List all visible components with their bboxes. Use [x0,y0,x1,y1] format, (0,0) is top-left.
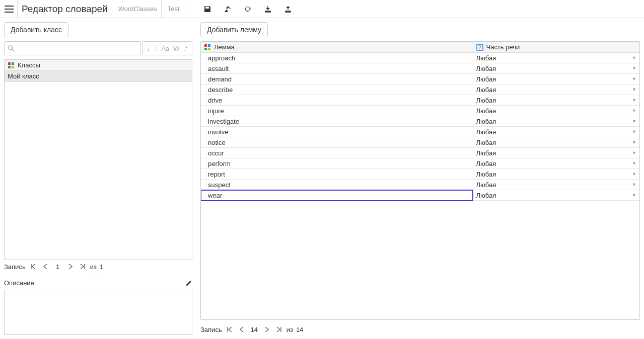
table-row[interactable]: ⋮performЛюбая▼ [201,158,639,169]
class-header-icon [8,62,15,69]
add-lemma-button[interactable]: Добавить лемму [200,22,268,37]
current-page[interactable]: 1 [53,263,63,271]
right-pane: Добавить лемму Лемма [196,18,644,339]
row-grip[interactable]: ⋮ [204,67,208,72]
row-grip[interactable]: ⋮ [204,162,208,167]
lemma-cell[interactable]: ⋮perform [201,158,473,169]
first-icon [31,264,36,269]
lemma-cell[interactable]: ⋮wear [201,190,473,201]
pos-cell[interactable]: Любая▼ [473,53,639,63]
description-box[interactable] [4,290,192,335]
breadcrumb-test[interactable]: Test [164,0,184,18]
pos-cell[interactable]: Любая▼ [473,190,639,201]
row-grip[interactable]: ⋮ [204,99,208,104]
current-page[interactable]: 14 [249,326,259,333]
lemma-cell[interactable]: ⋮occur [201,148,473,158]
lemma-cell[interactable]: ⋮investigate [201,116,473,127]
lemma-text: injure [208,107,224,115]
table-row[interactable]: ⋮reportЛюбая▼ [201,169,639,180]
pos-cell[interactable]: Любая▼ [473,74,639,84]
class-row[interactable]: Мой класс [5,71,192,82]
erase-button[interactable] [219,0,237,18]
pos-column-header[interactable]: 2 Часть речи [473,42,639,53]
pos-cell[interactable]: Любая▼ [473,95,639,106]
row-grip[interactable]: ⋮ [204,56,208,61]
row-grip[interactable]: ⋮ [204,141,208,146]
save-button[interactable] [198,0,217,18]
add-class-button[interactable]: Добавить класс [4,22,68,37]
search-next-button[interactable]: ↓ [146,45,151,52]
lemma-cell[interactable]: ⋮drive [201,95,473,106]
row-grip[interactable]: ⋮ [204,120,208,125]
svg-rect-7 [204,48,207,50]
pos-cell[interactable]: Любая▼ [473,63,639,74]
lemma-column-header[interactable]: Лемма [201,42,473,53]
search-wholeword-toggle[interactable]: W [172,45,180,52]
first-page-button[interactable] [225,325,234,334]
table-row[interactable]: ⋮injureЛюбая▼ [201,106,639,116]
lemma-cell[interactable]: ⋮approach [201,53,473,63]
pos-cell[interactable]: Любая▼ [473,106,639,116]
table-row[interactable]: ⋮wearЛюбая▼ [201,190,639,201]
pos-cell[interactable]: Любая▼ [473,84,639,95]
first-page-button[interactable] [29,262,38,271]
table-row[interactable]: ⋮describeЛюбая▼ [201,84,639,95]
table-row[interactable]: ⋮approachЛюбая▼ [201,53,639,63]
table-row[interactable]: ⋮noticeЛюбая▼ [201,137,639,148]
class-list-panel: Классы Мой класс [4,59,192,260]
refresh-button[interactable] [239,0,257,18]
row-grip[interactable]: ⋮ [204,173,208,178]
lemma-cell[interactable]: ⋮describe [201,84,473,95]
table-row[interactable]: ⋮occurЛюбая▼ [201,148,639,158]
table-row[interactable]: ⋮suspectЛюбая▼ [201,180,639,190]
import-button[interactable] [259,0,277,18]
lemma-cell[interactable]: ⋮demand [201,74,473,84]
table-row[interactable]: ⋮demandЛюбая▼ [201,74,639,84]
pos-cell[interactable]: Любая▼ [473,137,639,148]
breadcrumb-wordclasses[interactable]: WordClasses [114,0,162,18]
lemma-cell[interactable]: ⋮injure [201,106,473,116]
table-row[interactable]: ⋮driveЛюбая▼ [201,95,639,106]
row-grip[interactable]: ⋮ [204,77,208,82]
export-button[interactable] [279,0,297,18]
lemma-cell[interactable]: ⋮assault [201,63,473,74]
last-page-button[interactable] [274,325,283,334]
next-page-button[interactable] [66,262,75,271]
table-row[interactable]: ⋮assaultЛюбая▼ [201,63,639,74]
lemma-text: drive [208,97,222,104]
prev-page-button[interactable] [41,262,50,271]
hamburger-menu[interactable] [3,3,15,15]
chevron-down-icon: ▼ [632,172,636,177]
pos-cell[interactable]: Любая▼ [473,116,639,127]
pos-cell[interactable]: Любая▼ [473,127,639,137]
row-grip[interactable]: ⋮ [204,109,208,114]
row-grip[interactable]: ⋮ [204,151,208,156]
row-grip[interactable]: ⋮ [204,194,208,199]
search-prev-button[interactable]: ↑ [153,45,159,52]
chevron-down-icon: ▼ [632,193,636,198]
prev-page-button[interactable] [237,325,246,334]
row-grip[interactable]: ⋮ [204,130,208,135]
last-page-button[interactable] [78,262,87,271]
table-row[interactable]: ⋮investigateЛюбая▼ [201,116,639,127]
lemma-cell[interactable]: ⋮notice [201,137,473,148]
search-case-toggle[interactable]: Aa [160,45,170,52]
pos-cell[interactable]: Любая▼ [473,158,639,169]
row-grip[interactable]: ⋮ [204,183,208,188]
pos-cell[interactable]: Любая▼ [473,148,639,158]
search-input[interactable] [4,41,141,55]
row-grip[interactable]: ⋮ [204,88,208,93]
lemma-cell[interactable]: ⋮involve [201,127,473,137]
edit-description-button[interactable] [185,280,192,287]
next-page-button[interactable] [262,325,271,334]
svg-rect-5 [204,44,207,47]
first-icon [227,327,232,332]
chevron-down-icon: ▼ [632,66,636,71]
pos-cell[interactable]: Любая▼ [473,169,639,180]
pos-cell[interactable]: Любая▼ [473,180,639,190]
search-regex-toggle[interactable]: .* [182,45,189,52]
lemma-cell[interactable]: ⋮report [201,169,473,180]
lemma-cell[interactable]: ⋮suspect [201,180,473,190]
table-row[interactable]: ⋮involveЛюбая▼ [201,127,639,137]
upload-icon [284,5,292,13]
